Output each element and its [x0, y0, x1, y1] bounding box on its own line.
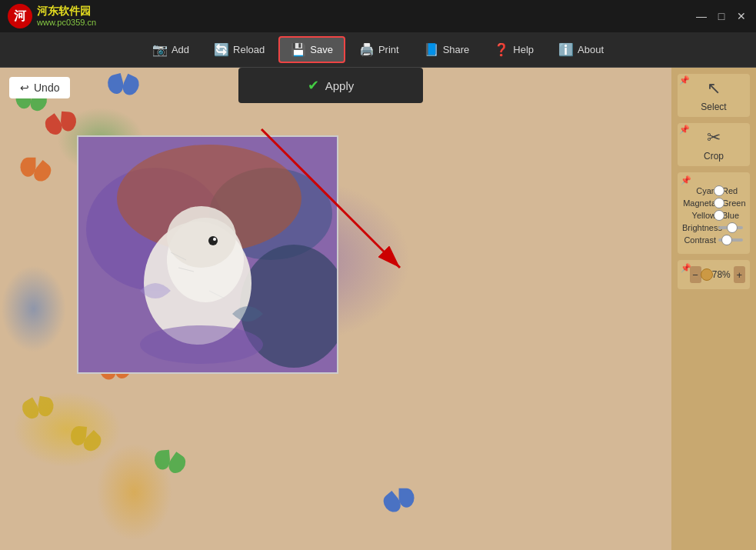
svg-point-9: [213, 238, 216, 241]
yellow-blue-row: Yellow Blue: [682, 211, 745, 220]
about-label: About: [578, 44, 604, 55]
minimize-button[interactable]: —: [694, 9, 708, 23]
help-button[interactable]: ❓ Help: [483, 38, 545, 62]
red-label: Red: [722, 186, 745, 195]
add-button[interactable]: 📷 Add: [142, 38, 200, 62]
checkmark-icon: ✔: [308, 77, 319, 94]
contrast-slider-thumb[interactable]: [721, 235, 732, 245]
close-button[interactable]: ✕: [734, 9, 748, 23]
undo-label: Undo: [34, 82, 59, 94]
select-label: Select: [701, 102, 726, 112]
share-icon: 📘: [424, 42, 439, 57]
butterfly-3: [107, 74, 139, 99]
rabbit-image: [78, 137, 338, 374]
magenta-slider-thumb[interactable]: [714, 198, 724, 208]
share-button[interactable]: 📘 Share: [413, 38, 481, 62]
about-button[interactable]: ℹ️ About: [548, 38, 614, 62]
zoom-in-icon: +: [737, 269, 743, 281]
zoom-out-icon: −: [692, 269, 698, 281]
zoom-panel: 📌 − 78% +: [678, 260, 750, 289]
cyan-label: Cyan: [682, 186, 716, 195]
photo-content: [78, 137, 337, 372]
select-cursor-icon: ↖: [707, 78, 721, 98]
apply-label: Apply: [325, 79, 355, 92]
crop-icon: ✂: [707, 128, 721, 148]
zoom-pin-icon: 📌: [681, 263, 691, 273]
help-icon: ❓: [494, 42, 509, 57]
right-panel: 📌 ↖ Select 📌 ✂ Crop 📌 Cyan Red M: [671, 68, 756, 550]
save-icon: 💾: [291, 42, 306, 57]
magenta-slider-track[interactable]: [718, 202, 720, 205]
reload-button[interactable]: 🔄 Reload: [203, 38, 275, 62]
crop-label: Crop: [704, 151, 724, 162]
crop-pin-icon: 📌: [679, 125, 690, 135]
brightness-label: Brightness: [682, 223, 716, 232]
cyan-red-row: Cyan Red: [682, 186, 745, 195]
yellow-slider-track[interactable]: [718, 214, 720, 217]
color-panel-pin-icon: 📌: [681, 175, 691, 185]
undo-icon: ↩: [20, 82, 29, 94]
print-icon: 🖨️: [359, 42, 375, 57]
contrast-row: Contrast: [682, 235, 745, 245]
share-label: Share: [443, 44, 470, 55]
brightness-slider-thumb[interactable]: [727, 222, 738, 233]
print-label: Print: [378, 44, 399, 55]
crop-tool-button[interactable]: 📌 ✂ Crop: [678, 123, 750, 166]
window-controls: — □ ✕: [694, 9, 748, 23]
select-pin-icon: 📌: [679, 75, 690, 85]
logo-icon: 河: [8, 4, 32, 28]
brightness-row: Brightness: [682, 223, 745, 232]
main-area: ↩ Undo: [0, 68, 756, 550]
help-label: Help: [513, 44, 534, 55]
reload-label: Reload: [233, 44, 265, 55]
add-label: Add: [172, 44, 189, 55]
logo-name: 河东软件园: [37, 5, 96, 18]
cyan-slider-thumb[interactable]: [714, 185, 724, 196]
apply-button[interactable]: ✔ Apply: [251, 74, 411, 97]
zoom-in-button[interactable]: +: [734, 266, 745, 283]
select-tool-button[interactable]: 📌 ↖ Select: [678, 74, 750, 117]
zoom-slider-thumb[interactable]: [701, 268, 713, 281]
main-toolbar: 📷 Add 🔄 Reload 💾 Save 🖨️ Print 📘 Share ❓…: [0, 32, 756, 68]
about-icon: ℹ️: [558, 42, 574, 57]
green-label: Green: [722, 198, 745, 208]
reload-icon: 🔄: [214, 42, 229, 57]
titlebar: 河 河东软件园 www.pc0359.cn — □ ✕: [0, 0, 756, 32]
maximize-button[interactable]: □: [714, 9, 728, 23]
add-icon: 📷: [152, 42, 168, 57]
logo-url: www.pc0359.cn: [37, 18, 96, 28]
zoom-value-label: 78%: [712, 269, 731, 280]
brightness-slider-track[interactable]: [718, 226, 743, 229]
undo-button[interactable]: ↩ Undo: [9, 77, 70, 98]
svg-point-7: [167, 206, 236, 268]
photo-frame: [77, 135, 338, 374]
logo-text: 河东软件园 www.pc0359.cn: [37, 5, 96, 28]
save-button[interactable]: 💾 Save: [278, 36, 345, 63]
yellow-slider-thumb[interactable]: [714, 210, 724, 221]
apply-dropdown: ✔ Apply: [238, 68, 423, 103]
blue-label: Blue: [722, 211, 745, 220]
svg-point-8: [208, 236, 218, 245]
color-panel: 📌 Cyan Red Magneta Green Yellow: [678, 172, 750, 254]
canvas-area[interactable]: ↩ Undo: [0, 68, 671, 550]
print-button[interactable]: 🖨️ Print: [348, 38, 410, 62]
svg-point-13: [140, 325, 263, 364]
yellow-label: Yellow: [682, 211, 716, 220]
cyan-slider-track[interactable]: [718, 189, 720, 192]
magenta-green-row: Magneta Green: [682, 198, 745, 208]
contrast-slider-track[interactable]: [718, 238, 743, 242]
app-logo: 河 河东软件园 www.pc0359.cn: [8, 4, 96, 28]
save-label: Save: [310, 44, 333, 55]
contrast-label: Contrast: [682, 235, 716, 245]
magenta-label: Magneta: [682, 198, 716, 208]
